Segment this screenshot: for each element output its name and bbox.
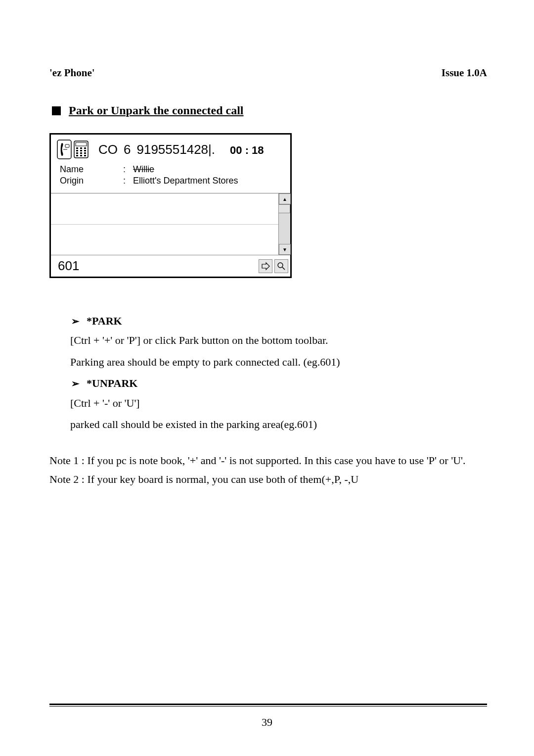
svg-rect-9 xyxy=(80,150,82,151)
name-value: Willie xyxy=(133,164,284,175)
scrollbar[interactable]: ▲ ▼ xyxy=(278,193,290,255)
list-row-empty[interactable] xyxy=(51,193,278,225)
svg-rect-15 xyxy=(80,155,82,156)
co-prefix: CO xyxy=(98,142,118,157)
note-1: Note 1 : If you pc is note book, '+' and… xyxy=(49,451,487,470)
header-left: 'ez Phone' xyxy=(49,67,95,79)
go-button[interactable] xyxy=(259,259,272,273)
page-number: 39 xyxy=(0,716,534,729)
park-heading-text: *PARK xyxy=(87,312,122,330)
svg-rect-7 xyxy=(84,147,86,149)
svg-point-17 xyxy=(278,263,283,268)
list-area: ▲ ▼ xyxy=(51,193,290,255)
scroll-thumb[interactable] xyxy=(278,204,290,213)
arrow-right-icon xyxy=(261,262,270,271)
search-button[interactable] xyxy=(274,259,288,273)
chevron-right-icon: ➢ xyxy=(71,313,80,330)
call-top-panel: CO 6 9195551428|. 00 : 18 Name : Willie … xyxy=(51,135,290,193)
chevron-right-icon: ➢ xyxy=(71,375,80,392)
triangle-up-icon: ▲ xyxy=(282,196,287,202)
origin-value: Elliott's Department Stores xyxy=(133,176,284,186)
call-timer: 00 : 18 xyxy=(230,144,264,157)
svg-rect-8 xyxy=(76,150,78,151)
unpark-heading: ➢ *UNPARK xyxy=(69,374,487,392)
origin-label: Origin xyxy=(60,176,123,186)
park-heading: ➢ *PARK xyxy=(69,312,487,330)
co-channel: 6 xyxy=(124,142,131,157)
svg-rect-6 xyxy=(80,147,82,149)
park-text-2: Parking area should be empty to park con… xyxy=(70,353,487,371)
document-header: 'ez Phone' Issue 1.0A xyxy=(49,67,487,79)
keypad-icon xyxy=(74,140,89,159)
phone-number: 9195551428|. xyxy=(136,142,215,157)
call-line-display: CO 6 9195551428|. 00 : 18 xyxy=(98,142,264,157)
section-title-text: Park or Unpark the connected call xyxy=(69,104,244,117)
scroll-up-button[interactable]: ▲ xyxy=(279,193,291,204)
svg-rect-5 xyxy=(76,147,78,149)
name-label: Name xyxy=(60,164,123,175)
list-row-empty[interactable] xyxy=(51,225,278,255)
extension-input[interactable]: 601 xyxy=(56,257,257,275)
svg-rect-16 xyxy=(84,155,86,156)
svg-line-18 xyxy=(282,267,285,270)
unpark-text-1: [Ctrl + '-' or 'U'] xyxy=(70,394,487,412)
origin-row: Origin : Elliott's Department Stores xyxy=(60,176,284,186)
bottom-bar: 601 xyxy=(51,255,290,277)
svg-rect-12 xyxy=(80,152,82,154)
name-row: Name : Willie xyxy=(60,164,284,175)
handset-icon xyxy=(57,140,72,159)
svg-rect-11 xyxy=(76,152,78,154)
svg-rect-13 xyxy=(84,152,86,154)
search-icon xyxy=(277,262,286,271)
park-text-1: [Ctrl + '+' or 'P'] or click Park button… xyxy=(70,331,487,349)
header-right: Issue 1.0A xyxy=(442,67,487,79)
unpark-text-2: parked call should be existed in the par… xyxy=(70,415,487,433)
svg-rect-10 xyxy=(84,150,86,151)
svg-rect-4 xyxy=(76,142,87,146)
unpark-heading-text: *UNPARK xyxy=(87,374,137,392)
note-2: Note 2 : If your key board is normal, yo… xyxy=(49,470,487,488)
footer-rule xyxy=(49,705,487,708)
square-bullet-icon xyxy=(52,106,61,115)
svg-rect-14 xyxy=(76,155,78,156)
call-info-window: CO 6 9195551428|. 00 : 18 Name : Willie … xyxy=(49,133,292,278)
section-title-row: Park or Unpark the connected call xyxy=(49,104,487,117)
triangle-down-icon: ▼ xyxy=(282,247,287,252)
scroll-down-button[interactable]: ▼ xyxy=(279,244,291,255)
svg-rect-1 xyxy=(65,144,69,147)
